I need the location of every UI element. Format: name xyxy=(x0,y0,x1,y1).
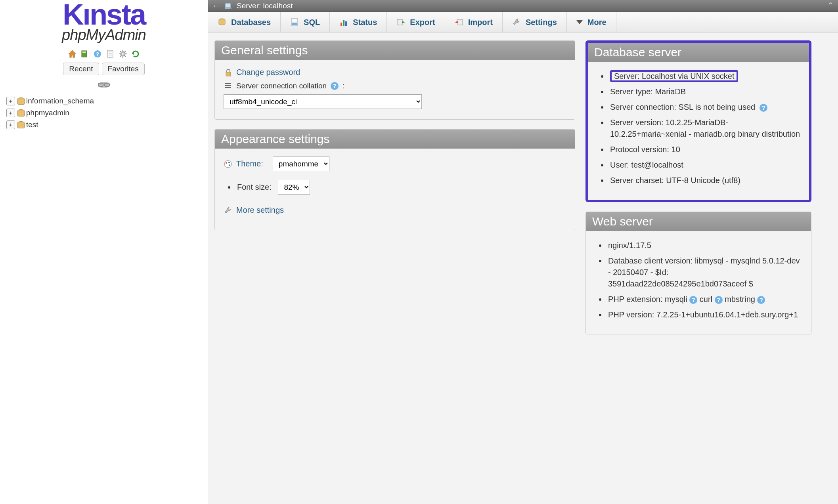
help-icon[interactable]: ? xyxy=(757,296,765,304)
svg-rect-20 xyxy=(225,3,231,7)
chevron-down-icon xyxy=(576,20,583,24)
docs-icon[interactable]: ? xyxy=(93,49,102,59)
db-node[interactable]: + phpmyadmin xyxy=(6,107,208,119)
general-settings-panel: General settings Change password Server … xyxy=(214,40,575,120)
collation-label: Server connection collation xyxy=(236,82,327,90)
db-node[interactable]: + information_schema xyxy=(6,95,208,107)
collapse-icon[interactable]: ⌃ xyxy=(827,1,834,11)
db-user: User: test@localhost xyxy=(608,158,800,174)
database-tree: + information_schema + phpmyadmin + test xyxy=(0,95,208,131)
expand-icon[interactable]: + xyxy=(6,109,15,117)
php-extensions: PHP extension: mysqli ? curl ? mbstring … xyxy=(606,293,802,308)
db-node[interactable]: + test xyxy=(6,119,208,131)
server-icon xyxy=(225,2,233,10)
server-charset: Server charset: UTF-8 Unicode (utf8) xyxy=(608,174,800,189)
tab-databases[interactable]: Databases xyxy=(208,12,281,32)
svg-line-18 xyxy=(120,55,121,57)
password-icon xyxy=(224,68,232,77)
svg-text:?: ? xyxy=(96,51,99,57)
theme-icon xyxy=(224,160,232,168)
web-engine: nginx/1.17.5 xyxy=(606,239,802,254)
panel-title: Appearance settings xyxy=(215,130,575,149)
db-label: test xyxy=(26,120,38,129)
svg-rect-35 xyxy=(225,85,231,86)
wrench-icon xyxy=(224,206,232,215)
protocol-version: Protocol version: 10 xyxy=(608,143,800,158)
appearance-settings-panel: Appearance settings Theme: pmahomme Font… xyxy=(214,129,575,230)
change-password-link[interactable]: Change password xyxy=(236,68,300,77)
import-icon xyxy=(455,18,463,27)
sql-doc-icon[interactable] xyxy=(105,49,115,59)
php-version: PHP version: 7.2.25-1+ubuntu16.04.1+deb.… xyxy=(606,308,802,324)
svg-rect-27 xyxy=(343,20,344,26)
db-client-version: Database client version: libmysql - mysq… xyxy=(606,254,802,293)
collation-select[interactable]: utf8mb4_unicode_ci xyxy=(224,94,422,109)
svg-rect-36 xyxy=(225,87,231,88)
svg-line-15 xyxy=(120,51,121,52)
nav-link-icon[interactable] xyxy=(0,81,208,90)
svg-line-17 xyxy=(124,51,126,52)
svg-rect-26 xyxy=(341,23,342,26)
server-version: Server version: 10.2.25-MariaDB-10.2.25+… xyxy=(608,116,800,143)
logout-icon[interactable] xyxy=(80,49,90,59)
tab-sql[interactable]: SQL xyxy=(281,12,330,32)
database-icon xyxy=(17,97,24,105)
svg-rect-33 xyxy=(226,72,231,76)
reload-icon[interactable] xyxy=(131,49,140,59)
sql-icon xyxy=(290,18,299,27)
database-icon xyxy=(218,18,226,27)
svg-rect-5 xyxy=(107,50,113,57)
more-settings-link[interactable]: More settings xyxy=(236,206,284,215)
svg-marker-0 xyxy=(69,50,76,57)
svg-rect-31 xyxy=(457,19,463,25)
theme-label[interactable]: Theme: xyxy=(236,159,263,168)
tab-settings[interactable]: Settings xyxy=(503,12,567,32)
product-name: phpMyAdmin xyxy=(0,27,208,44)
status-icon xyxy=(339,18,348,27)
help-icon[interactable]: ? xyxy=(760,104,767,112)
sidebar: Kınsta phpMyAdmin ? Recent xyxy=(0,0,208,504)
expand-icon[interactable]: + xyxy=(6,97,15,105)
svg-point-10 xyxy=(122,53,124,55)
tab-export[interactable]: Export xyxy=(387,12,445,32)
svg-point-37 xyxy=(224,160,232,168)
database-icon xyxy=(17,109,24,116)
svg-point-39 xyxy=(228,162,230,163)
svg-marker-30 xyxy=(402,21,405,23)
tab-import[interactable]: Import xyxy=(445,12,503,32)
wrench-icon xyxy=(512,18,521,27)
top-tabs: Databases SQL Status Export Import Setti… xyxy=(208,12,838,32)
recent-tab[interactable]: Recent xyxy=(63,63,99,75)
help-icon[interactable]: ? xyxy=(689,296,697,304)
tab-status[interactable]: Status xyxy=(330,12,387,32)
svg-rect-2 xyxy=(82,52,86,53)
svg-rect-29 xyxy=(397,19,403,25)
help-icon[interactable]: ? xyxy=(715,296,723,304)
svg-marker-32 xyxy=(455,21,458,23)
tab-more[interactable]: More xyxy=(567,12,616,32)
db-label: phpmyadmin xyxy=(26,109,69,117)
database-icon xyxy=(17,121,24,128)
svg-rect-21 xyxy=(225,7,231,9)
server-conn: Server connection: SSL is not being used… xyxy=(608,101,800,116)
panel-title: Database server xyxy=(588,43,809,62)
expand-icon[interactable]: + xyxy=(6,120,15,129)
svg-point-38 xyxy=(226,162,227,164)
panel-title: General settings xyxy=(215,41,575,60)
back-icon[interactable]: ← xyxy=(212,1,221,11)
svg-line-16 xyxy=(124,55,126,57)
font-size-select[interactable]: 82% xyxy=(278,180,310,195)
web-server-panel: Web server nginx/1.17.5 Database client … xyxy=(585,212,811,334)
svg-rect-25 xyxy=(292,23,297,25)
breadcrumb-label: Server: localhost xyxy=(237,2,293,10)
help-icon[interactable]: ? xyxy=(331,82,339,90)
theme-select[interactable]: pmahomme xyxy=(273,157,329,171)
panel-title: Web server xyxy=(586,212,811,231)
svg-marker-19 xyxy=(132,53,134,55)
export-icon xyxy=(396,18,405,27)
home-icon[interactable] xyxy=(67,49,77,59)
server-type: Server type: MariaDB xyxy=(608,85,800,101)
gear-icon[interactable] xyxy=(118,49,128,59)
font-size-label: Font size: xyxy=(237,183,272,191)
favorites-tab[interactable]: Favorites xyxy=(102,63,145,75)
